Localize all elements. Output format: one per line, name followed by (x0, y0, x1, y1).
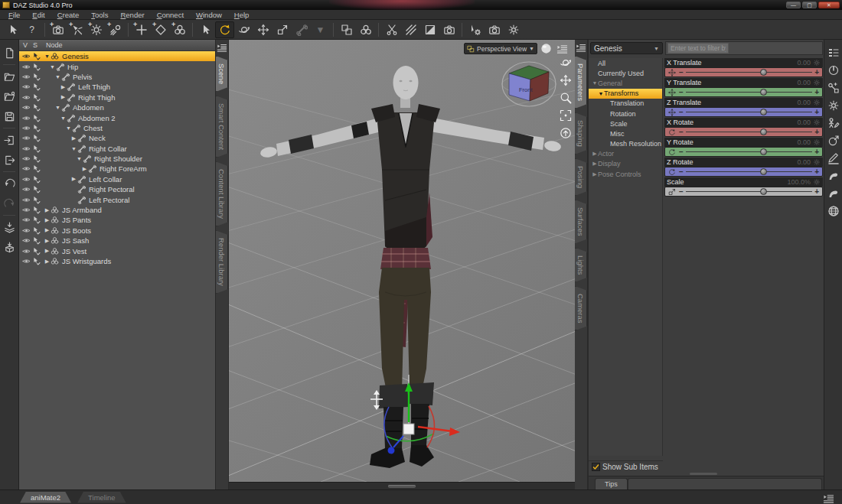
selectable-cursor-icon[interactable] (32, 52, 42, 60)
scene-item-selector[interactable]: Genesis ▼ (590, 42, 663, 54)
help-icon[interactable]: ? (22, 21, 41, 38)
param-group-display[interactable]: ▶Display (589, 159, 662, 169)
redo-icon[interactable] (2, 196, 17, 211)
visibility-eye-icon[interactable] (22, 257, 32, 265)
param-group-rotation[interactable]: Rotation (589, 109, 662, 119)
orbit-view-icon[interactable] (560, 57, 572, 69)
param-group-actor[interactable]: ▶Actor (589, 149, 662, 159)
open-recent-icon[interactable] (2, 89, 17, 104)
selectable-cursor-icon[interactable] (32, 206, 42, 214)
expand-arrow-icon[interactable]: ▼ (54, 105, 61, 110)
slider-bar[interactable]: −+ (664, 67, 823, 77)
figure-setup-tool-icon[interactable] (356, 21, 375, 38)
camera-selector[interactable]: Perspective View ▼ (464, 43, 537, 54)
tool-dropdown-icon[interactable]: ▼ (311, 21, 330, 38)
visibility-eye-icon[interactable] (22, 103, 32, 112)
environment-pane-icon[interactable] (826, 203, 840, 218)
open-file-icon[interactable] (2, 69, 17, 84)
selectable-cursor-icon[interactable] (32, 226, 42, 235)
selectable-cursor-icon[interactable] (32, 196, 42, 204)
menu-window[interactable]: Window (191, 11, 227, 19)
tree-row-chest[interactable]: ▼Chest (19, 123, 215, 133)
tab-animate2[interactable]: aniMate2 (20, 492, 71, 503)
expand-arrow-icon[interactable]: ▼ (70, 146, 77, 151)
slider-bar[interactable]: −+ (664, 127, 823, 137)
tab-posing[interactable]: Posing (575, 158, 587, 196)
checkbox-checked-icon[interactable] (592, 463, 600, 471)
tab-smart-content[interactable]: Smart Content (216, 96, 228, 158)
selectable-cursor-icon[interactable] (32, 257, 42, 265)
visibility-eye-icon[interactable] (22, 124, 32, 132)
slider-bar[interactable]: −+ (664, 107, 823, 117)
draw-style-selector[interactable] (540, 42, 553, 55)
render-settings-icon[interactable] (504, 21, 523, 38)
parameter-gear-icon[interactable] (813, 59, 821, 67)
splitter-grip[interactable] (690, 473, 717, 475)
expand-arrow-icon[interactable]: ▼ (44, 54, 51, 59)
tree-row-left-collar[interactable]: ▶Left Collar (19, 174, 215, 184)
pane-splitter[interactable] (229, 482, 575, 489)
visibility-eye-icon[interactable] (22, 236, 32, 245)
visibility-eye-icon[interactable] (22, 63, 32, 71)
tree-row-right-collar[interactable]: ▼Right Collar (19, 144, 215, 154)
visibility-eye-icon[interactable] (22, 206, 32, 214)
expand-arrow-icon[interactable]: ▶ (592, 151, 598, 157)
expand-arrow-icon[interactable]: ▶ (81, 166, 88, 172)
selectable-cursor-icon[interactable] (32, 103, 42, 112)
slider-increment[interactable]: + (814, 188, 819, 196)
scale-tool-icon[interactable] (273, 21, 292, 38)
view-cube[interactable]: Front (502, 62, 556, 106)
surface-editor-icon[interactable] (826, 133, 840, 148)
slider-handle[interactable] (760, 188, 767, 195)
expand-arrow-icon[interactable]: ▶ (60, 84, 67, 90)
visibility-eye-icon[interactable] (22, 83, 32, 91)
translate-tool-icon[interactable] (253, 21, 273, 38)
expand-arrow-icon[interactable]: ▼ (592, 80, 598, 86)
visibility-eye-icon[interactable] (22, 145, 32, 153)
param-group-scale[interactable]: Scale (589, 119, 662, 128)
slider-bar[interactable]: −+ (664, 87, 823, 97)
expand-arrow-icon[interactable]: ▶ (44, 217, 51, 223)
region-editor-tool-icon[interactable] (420, 21, 439, 38)
figure-editor-icon[interactable] (826, 115, 840, 130)
posing-pane-icon[interactable] (826, 186, 840, 200)
new-camera-icon[interactable]: + (48, 21, 67, 38)
tree-row-pelvis[interactable]: ▼Pelvis (19, 72, 215, 82)
expand-arrow-icon[interactable]: ▼ (60, 115, 67, 121)
menu-tools[interactable]: Tools (86, 11, 113, 19)
slider-increment[interactable]: + (814, 168, 819, 176)
shaping-pane-icon[interactable] (826, 168, 840, 183)
visibility-eye-icon[interactable] (22, 154, 32, 163)
slider-track[interactable] (686, 72, 812, 73)
slider-track[interactable] (686, 132, 812, 132)
expand-arrow-icon[interactable]: ▶ (44, 248, 51, 254)
menu-render[interactable]: Render (115, 11, 149, 19)
slider-increment[interactable]: + (814, 148, 819, 156)
selectable-cursor-icon[interactable] (32, 236, 42, 245)
menu-connect[interactable]: Connect (152, 11, 189, 19)
new-distant-light-icon[interactable]: + (106, 21, 125, 38)
slider-value[interactable]: 0.00 (797, 138, 811, 146)
tree-row-js-vest[interactable]: ▶JS Vest (19, 245, 215, 255)
slider-value[interactable]: 0.00 (797, 119, 811, 126)
undo-icon[interactable] (2, 176, 17, 191)
selectable-cursor-icon[interactable] (32, 216, 42, 224)
param-group-currently-used[interactable]: Currently Used (589, 68, 662, 78)
selectable-cursor-icon[interactable] (32, 124, 42, 132)
parameter-gear-icon[interactable] (813, 99, 821, 106)
slider-increment[interactable]: + (814, 128, 819, 136)
save-file-icon[interactable] (2, 109, 17, 124)
rotate-tool-icon[interactable] (215, 21, 234, 38)
tree-row-abdomen-2[interactable]: ▼Abdomen 2 (19, 112, 215, 122)
visibility-eye-icon[interactable] (22, 73, 32, 81)
slider-decrement[interactable]: − (679, 148, 684, 156)
expand-arrow-icon[interactable]: ▶ (60, 94, 67, 100)
slider-increment[interactable]: + (814, 89, 819, 96)
tree-row-left-pectoral[interactable]: Left Pectoral (19, 194, 215, 204)
menu-file[interactable]: File (3, 11, 25, 19)
selectable-cursor-icon[interactable] (32, 63, 42, 71)
visibility-eye-icon[interactable] (22, 226, 32, 235)
polygon-group-editor-tool-icon[interactable] (401, 21, 420, 38)
slider-bar[interactable]: −+ (664, 167, 823, 177)
export-icon[interactable] (2, 152, 17, 167)
